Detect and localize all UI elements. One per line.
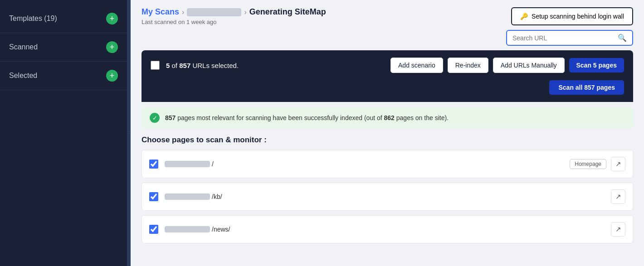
page-checkbox-1[interactable] bbox=[149, 160, 158, 169]
key-icon: 🔑 bbox=[520, 13, 528, 20]
breadcrumb-separator: › bbox=[182, 8, 184, 16]
urls-selected-label: URLs selected. bbox=[192, 62, 239, 69]
success-text-mid: pages most relevant for scanning have be… bbox=[177, 114, 384, 121]
url-blurred-2 bbox=[165, 193, 210, 200]
breadcrumb-separator-2: › bbox=[244, 8, 246, 16]
header: My Scans › › Generating SiteMap Last sca… bbox=[131, 0, 644, 50]
page-url-3: /news/ bbox=[165, 226, 605, 233]
breadcrumb: My Scans › › Generating SiteMap bbox=[141, 7, 326, 17]
search-url-input[interactable] bbox=[512, 34, 618, 42]
search-url-container: 🔍 bbox=[506, 30, 633, 46]
breadcrumb-blurred-segment bbox=[187, 8, 241, 16]
external-link-button-2[interactable]: ↗ bbox=[611, 189, 625, 204]
scan-all-button[interactable]: Scan all 857 pages bbox=[549, 80, 624, 95]
homepage-badge: Homepage bbox=[570, 159, 606, 169]
success-text-end: pages on the site). bbox=[396, 114, 449, 121]
success-icon: ✓ bbox=[150, 113, 160, 123]
add-selected-button[interactable]: + bbox=[106, 70, 118, 82]
sidebar-item-selected[interactable]: Selected + bbox=[0, 62, 127, 90]
total-pages-count: 862 bbox=[384, 114, 395, 121]
page-checkbox-2[interactable] bbox=[149, 192, 158, 201]
page-actions-2: ↗ bbox=[611, 189, 625, 204]
last-scanned-text: Last scanned on 1 week ago bbox=[141, 19, 326, 25]
page-url-2: /kb/ bbox=[165, 193, 605, 200]
url-suffix-1: / bbox=[212, 160, 214, 168]
sidebar-item-scanned[interactable]: Scanned + bbox=[0, 33, 127, 62]
page-checkbox-3[interactable] bbox=[149, 225, 158, 234]
reindex-button[interactable]: Re-index bbox=[448, 58, 488, 73]
sidebar-item-templates[interactable]: Templates (19) + bbox=[0, 5, 127, 33]
toolbar-right: Add scenario Re-index Add URLs Manually … bbox=[390, 58, 624, 73]
page-item: / Homepage ↗ bbox=[141, 150, 633, 178]
toolbar-row2: Scan all 857 pages bbox=[141, 80, 633, 102]
sidebar-item-label: Templates (19) bbox=[9, 15, 57, 23]
external-link-button-3[interactable]: ↗ bbox=[611, 222, 625, 237]
add-urls-button[interactable]: Add URLs Manually bbox=[493, 58, 565, 73]
scan-pages-button[interactable]: Scan 5 pages bbox=[569, 58, 624, 73]
url-blurred-3 bbox=[165, 226, 210, 232]
url-suffix-3: /news/ bbox=[212, 226, 230, 233]
setup-login-wall-button[interactable]: 🔑 Setup scanning behind login wall bbox=[511, 7, 633, 25]
page-url-1: / bbox=[165, 160, 563, 168]
total-count-number: 857 bbox=[179, 62, 190, 69]
pages-section-title: Choose pages to scan & monitor : bbox=[141, 135, 633, 145]
header-left: My Scans › › Generating SiteMap Last sca… bbox=[141, 7, 326, 25]
page-actions-3: ↗ bbox=[611, 222, 625, 237]
page-item: /kb/ ↗ bbox=[141, 183, 633, 211]
breadcrumb-link-my-scans[interactable]: My Scans bbox=[141, 7, 179, 17]
success-text: 857 pages most relevant for scanning hav… bbox=[165, 114, 449, 121]
search-icon[interactable]: 🔍 bbox=[618, 34, 627, 42]
sidebar: Templates (19) + Scanned + Selected + bbox=[0, 0, 127, 266]
url-suffix-2: /kb/ bbox=[212, 193, 222, 200]
toolbar-left: 5 of 857 URLs selected. bbox=[151, 61, 239, 70]
page-item: /news/ ↗ bbox=[141, 215, 633, 243]
add-template-button[interactable]: + bbox=[106, 13, 118, 24]
sidebar-item-label: Selected bbox=[9, 72, 37, 80]
page-actions-1: Homepage ↗ bbox=[570, 157, 625, 171]
sidebar-item-label: Scanned bbox=[9, 43, 38, 51]
toolbar: 5 of 857 URLs selected. Add scenario Re-… bbox=[141, 50, 633, 80]
of-text: of bbox=[172, 62, 180, 69]
selected-count-text: 5 of 857 URLs selected. bbox=[166, 62, 239, 69]
resize-handle[interactable]: ⋮ bbox=[127, 0, 131, 266]
add-scanned-button[interactable]: + bbox=[106, 41, 118, 53]
pages-section: Choose pages to scan & monitor : / Homep… bbox=[131, 128, 644, 266]
indexed-count: 857 bbox=[165, 114, 176, 121]
selected-count-number: 5 bbox=[166, 62, 170, 69]
success-banner: ✓ 857 pages most relevant for scanning h… bbox=[141, 107, 633, 128]
master-checkbox[interactable] bbox=[151, 61, 160, 70]
add-scenario-button[interactable]: Add scenario bbox=[390, 58, 443, 73]
setup-btn-label: Setup scanning behind login wall bbox=[532, 13, 624, 20]
main-content: My Scans › › Generating SiteMap Last sca… bbox=[131, 0, 644, 266]
external-link-button-1[interactable]: ↗ bbox=[611, 157, 625, 171]
url-blurred-1 bbox=[165, 161, 210, 167]
breadcrumb-current: Generating SiteMap bbox=[249, 7, 326, 17]
header-right: 🔑 Setup scanning behind login wall 🔍 bbox=[506, 7, 633, 46]
